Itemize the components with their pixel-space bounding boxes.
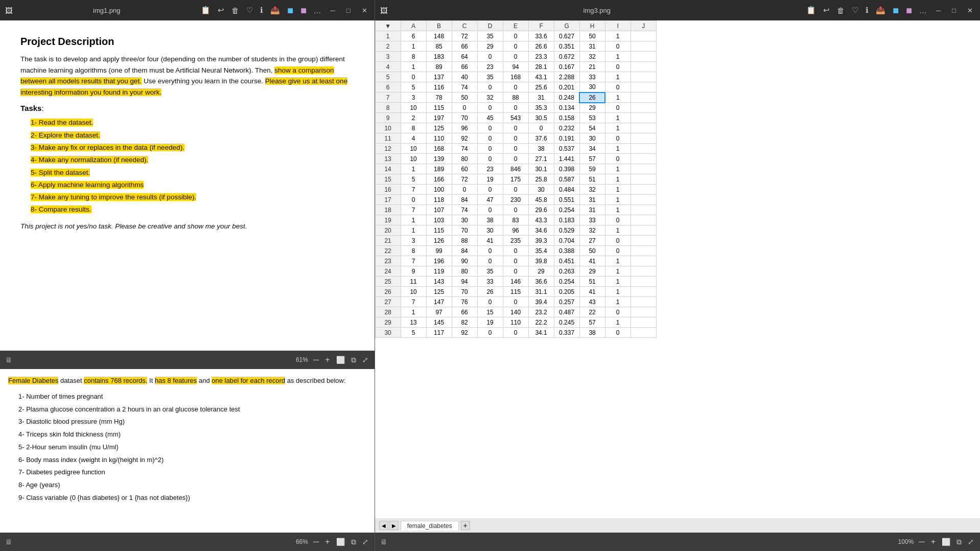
cell-I4[interactable]: 0: [605, 62, 631, 72]
cell-G10[interactable]: 0.232: [554, 123, 579, 133]
cell-C24[interactable]: 80: [452, 266, 477, 277]
cell-H30[interactable]: 38: [579, 328, 605, 338]
cell-D24[interactable]: 35: [477, 266, 503, 277]
cell-A7[interactable]: 3: [401, 93, 426, 103]
left-bottom-fit[interactable]: ⬜: [335, 537, 346, 547]
cell-J12[interactable]: [631, 144, 656, 154]
cell-F5[interactable]: 43.1: [528, 72, 554, 82]
cell-D26[interactable]: 26: [477, 287, 503, 297]
left-maximize-btn[interactable]: □: [343, 6, 354, 15]
cell-F18[interactable]: 29.6: [528, 205, 554, 215]
cell-G30[interactable]: 0.337: [554, 328, 579, 338]
cell-F3[interactable]: 23.3: [528, 52, 554, 62]
cell-J25[interactable]: [631, 277, 656, 287]
cell-A16[interactable]: 7: [401, 185, 426, 195]
cell-D2[interactable]: 29: [477, 41, 503, 52]
cell-J5[interactable]: [631, 72, 656, 82]
cell-F23[interactable]: 39.8: [528, 256, 554, 266]
cell-G5[interactable]: 2.288: [554, 72, 579, 82]
cell-B18[interactable]: 107: [426, 205, 452, 215]
left-delete-icon[interactable]: 🗑: [230, 5, 240, 16]
cell-E1[interactable]: 0: [503, 31, 528, 41]
cell-C17[interactable]: 84: [452, 195, 477, 205]
cell-C29[interactable]: 82: [452, 317, 477, 328]
cell-I20[interactable]: 1: [605, 225, 631, 236]
cell-C9[interactable]: 70: [452, 113, 477, 123]
cell-J11[interactable]: [631, 133, 656, 144]
cell-F26[interactable]: 31.1: [528, 287, 554, 297]
cell-G7[interactable]: 0.248: [554, 93, 579, 103]
cell-E6[interactable]: 0: [503, 82, 528, 93]
row-header-30[interactable]: 30: [375, 328, 401, 338]
cell-H18[interactable]: 31: [579, 205, 605, 215]
cell-H17[interactable]: 31: [579, 195, 605, 205]
left-fit-btn[interactable]: ⬜: [335, 355, 346, 365]
cell-D15[interactable]: 19: [477, 174, 503, 185]
col-header-h[interactable]: H: [579, 21, 605, 31]
col-header-g[interactable]: G: [554, 21, 579, 31]
cell-I22[interactable]: 0: [605, 246, 631, 256]
cell-A18[interactable]: 7: [401, 205, 426, 215]
cell-A10[interactable]: 8: [401, 123, 426, 133]
cell-B5[interactable]: 137: [426, 72, 452, 82]
cell-D14[interactable]: 23: [477, 164, 503, 174]
row-header-2[interactable]: 2: [375, 41, 401, 52]
row-header-6[interactable]: 6: [375, 82, 401, 93]
cell-I12[interactable]: 1: [605, 144, 631, 154]
cell-F24[interactable]: 29: [528, 266, 554, 277]
cell-E10[interactable]: 0: [503, 123, 528, 133]
cell-J8[interactable]: [631, 103, 656, 113]
left-share-icon[interactable]: 📤: [269, 5, 281, 16]
cell-J28[interactable]: [631, 307, 656, 317]
row-header-26[interactable]: 26: [375, 287, 401, 297]
cell-D11[interactable]: 0: [477, 133, 503, 144]
cell-E9[interactable]: 543: [503, 113, 528, 123]
cell-G18[interactable]: 0.254: [554, 205, 579, 215]
cell-J16[interactable]: [631, 185, 656, 195]
cell-E17[interactable]: 230: [503, 195, 528, 205]
right-undo-icon[interactable]: ↩: [822, 5, 831, 16]
cell-E14[interactable]: 846: [503, 164, 528, 174]
cell-D27[interactable]: 0: [477, 297, 503, 307]
cell-C22[interactable]: 84: [452, 246, 477, 256]
cell-B23[interactable]: 196: [426, 256, 452, 266]
cell-B12[interactable]: 168: [426, 144, 452, 154]
cell-H14[interactable]: 59: [579, 164, 605, 174]
cell-I28[interactable]: 0: [605, 307, 631, 317]
right-share-icon[interactable]: 📤: [875, 5, 886, 16]
cell-H12[interactable]: 34: [579, 144, 605, 154]
cell-J7[interactable]: [631, 93, 656, 103]
row-header-19[interactable]: 19: [375, 215, 401, 225]
cell-D10[interactable]: 0: [477, 123, 503, 133]
cell-G16[interactable]: 0.484: [554, 185, 579, 195]
cell-D19[interactable]: 38: [477, 215, 503, 225]
cell-D30[interactable]: 0: [477, 328, 503, 338]
cell-F19[interactable]: 43.3: [528, 215, 554, 225]
left-blue-icon[interactable]: ◼: [286, 5, 294, 16]
sheet-tab-female-diabetes[interactable]: female_diabetes: [401, 521, 459, 531]
cell-A2[interactable]: 1: [401, 41, 426, 52]
sheet-prev-btn[interactable]: ◀: [379, 521, 388, 530]
row-header-15[interactable]: 15: [375, 174, 401, 185]
cell-I26[interactable]: 1: [605, 287, 631, 297]
cell-B21[interactable]: 126: [426, 236, 452, 246]
cell-C5[interactable]: 40: [452, 72, 477, 82]
cell-H27[interactable]: 43: [579, 297, 605, 307]
cell-B14[interactable]: 189: [426, 164, 452, 174]
cell-A17[interactable]: 0: [401, 195, 426, 205]
row-header-13[interactable]: 13: [375, 154, 401, 164]
row-header-4[interactable]: 4: [375, 62, 401, 72]
cell-J6[interactable]: [631, 82, 656, 93]
cell-A6[interactable]: 5: [401, 82, 426, 93]
cell-D17[interactable]: 47: [477, 195, 503, 205]
cell-A28[interactable]: 1: [401, 307, 426, 317]
cell-D22[interactable]: 0: [477, 246, 503, 256]
cell-F25[interactable]: 36.6: [528, 277, 554, 287]
cell-H22[interactable]: 50: [579, 246, 605, 256]
row-header-7[interactable]: 7: [375, 93, 401, 103]
cell-H26[interactable]: 41: [579, 287, 605, 297]
cell-E25[interactable]: 146: [503, 277, 528, 287]
cell-C1[interactable]: 72: [452, 31, 477, 41]
left-minimize-btn[interactable]: ─: [328, 6, 338, 15]
cell-F22[interactable]: 35.4: [528, 246, 554, 256]
